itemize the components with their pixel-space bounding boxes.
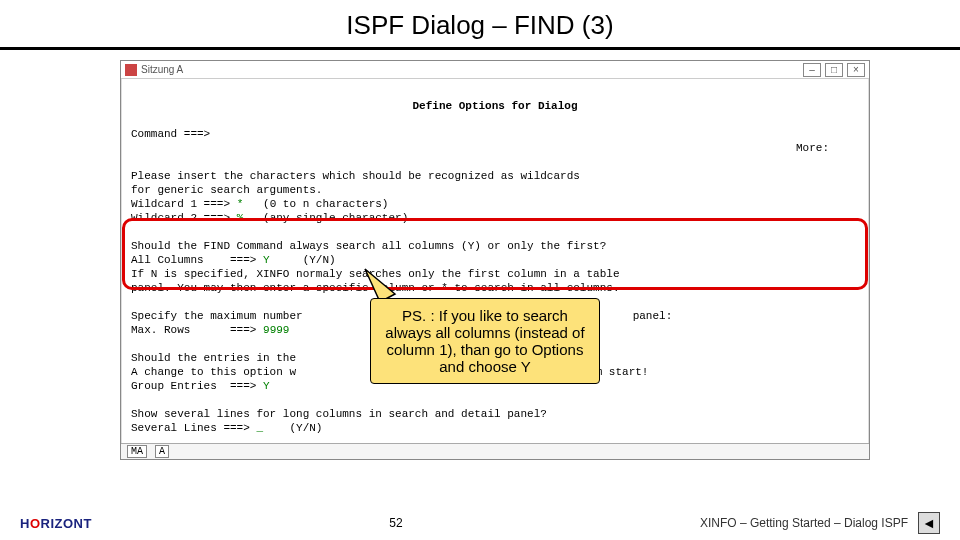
more-indicator: More: xyxy=(796,142,829,154)
group-value[interactable]: Y xyxy=(263,380,270,392)
page-number: 52 xyxy=(92,516,700,530)
close-button[interactable]: × xyxy=(847,63,865,77)
back-arrow-icon: ◄ xyxy=(922,515,936,531)
nav-back-button[interactable]: ◄ xyxy=(918,512,940,534)
terminal-statusbar: MA A xyxy=(121,443,869,459)
window-title: Sitzung A xyxy=(141,64,799,75)
ispf-window: Sitzung A – □ × Define Options for Dialo… xyxy=(120,60,870,460)
wildcard1-label: Wildcard 1 ===> xyxy=(131,198,237,210)
maxrows-value[interactable]: 9999 xyxy=(263,324,289,336)
minimize-button[interactable]: – xyxy=(803,63,821,77)
several-lines-desc: (Y/N) xyxy=(263,422,322,434)
several-lines-q: Show several lines for long columns in s… xyxy=(131,408,547,420)
wildcard2-label: Wildcard 2 ===> xyxy=(131,212,237,224)
allcolumns-value[interactable]: Y xyxy=(263,254,270,266)
command-prompt[interactable]: Command ===> xyxy=(131,128,210,140)
maxrows-label: Max. Rows ===> xyxy=(131,324,263,336)
wildcard-intro-1: Please insert the characters which shoul… xyxy=(131,170,580,182)
brand-part1: H xyxy=(20,516,30,531)
wildcard2-desc: (any single character) xyxy=(243,212,408,224)
callout-text: PS. : If you like to search always all c… xyxy=(385,307,584,375)
slide-footer: HORIZONT 52 XINFO – Getting Started – Di… xyxy=(0,506,960,540)
terminal-area: Define Options for Dialog Command ===> M… xyxy=(121,79,869,455)
session-icon xyxy=(125,64,137,76)
wildcard1-desc: (0 to n characters) xyxy=(243,198,388,210)
status-ma: MA xyxy=(127,445,147,458)
brand-part2: O xyxy=(30,516,41,531)
group-q1: Should the entries in the xyxy=(131,352,296,364)
maxrows-suffix: panel: xyxy=(633,310,673,322)
brand-logo: HORIZONT xyxy=(20,516,92,531)
allcolumns-label: All Columns ===> xyxy=(131,254,263,266)
brand-part3: RIZONT xyxy=(41,516,92,531)
callout-bubble: PS. : If you like to search always all c… xyxy=(370,298,600,384)
find-question: Should the FIND Command always search al… xyxy=(131,240,606,252)
title-rule xyxy=(0,47,960,50)
group-label: Group Entries ===> xyxy=(131,380,263,392)
doc-label: XINFO – Getting Started – Dialog ISPF xyxy=(700,516,908,530)
dialog-heading: Define Options for Dialog xyxy=(131,99,859,113)
group-q2: A change to this option w xyxy=(131,366,296,378)
maximize-button[interactable]: □ xyxy=(825,63,843,77)
wildcard-intro-2: for generic search arguments. xyxy=(131,184,322,196)
slide-title: ISPF Dialog – FIND (3) xyxy=(0,0,960,47)
maxrows-intro: Specify the maximum number xyxy=(131,310,303,322)
status-a: A xyxy=(155,445,169,458)
allcolumns-desc: (Y/N) xyxy=(270,254,336,266)
window-titlebar: Sitzung A – □ × xyxy=(121,61,869,79)
several-lines-label: Several Lines ===> xyxy=(131,422,256,434)
